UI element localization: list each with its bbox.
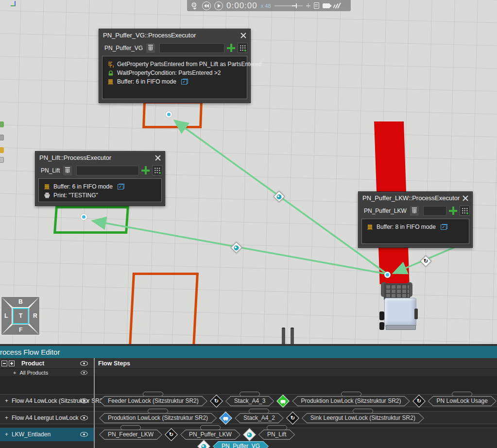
view-navigation-cube[interactable]: B L T R F — [1, 296, 40, 335]
statement-list[interactable]: Buffer: 8 in FIFO mode — [361, 219, 469, 244]
nav-label-right: R — [33, 312, 37, 319]
simulation-settings-icon[interactable]: ⚙ — [191, 1, 199, 10]
panel-title: PN_Puffer_LKW::ProcessExecutor — [362, 194, 463, 202]
close-icon[interactable] — [155, 155, 161, 161]
agv-transport-icon[interactable] — [219, 412, 232, 425]
print-icon — [44, 192, 51, 199]
process-node-blue[interactable] — [166, 111, 172, 118]
visibility-eye-icon[interactable] — [80, 398, 88, 403]
panel-title: PN_Puffer_VG::ProcessExecutor — [103, 32, 240, 39]
add-process-icon[interactable] — [141, 166, 150, 174]
close-icon[interactable] — [463, 195, 468, 201]
robot-transport-icon[interactable]: ↻ — [165, 428, 178, 441]
checked-copies-icon[interactable] — [441, 224, 447, 230]
flow-step-pill — [200, 425, 221, 430]
record-video-icon[interactable] — [323, 3, 330, 8]
tab-pn-lift[interactable]: PN_Lift — [38, 165, 74, 176]
getproperty-icon — [107, 61, 114, 68]
tab-well — [423, 206, 446, 216]
delete-process-icon[interactable] — [410, 206, 419, 216]
pfe-title: Process Flow Editor — [0, 348, 60, 356]
robot-transport-icon[interactable]: ↻ — [210, 395, 223, 408]
statement-buffer[interactable]: Buffer: 8 in FIFO mode — [367, 223, 464, 231]
delete-process-icon[interactable] — [146, 43, 155, 53]
flow-step-pill — [240, 392, 260, 396]
product-column-header: Product — [21, 360, 44, 367]
flow-row-lkw-entladen[interactable]: + LKW_Entladen PN_Feeder_LKW ↻ PN_Puffer… — [0, 428, 497, 448]
collapse-all-icon[interactable] — [1, 361, 7, 366]
checked-copies-icon[interactable] — [181, 79, 188, 85]
flow-steps-column-header: Flow Steps — [98, 360, 130, 367]
grid-view-icon[interactable] — [460, 206, 470, 216]
column-divider[interactable] — [94, 358, 95, 448]
add-process-icon[interactable] — [449, 207, 457, 215]
play-simulation-button[interactable] — [214, 1, 223, 10]
simulation-speed: x 48 — [261, 3, 271, 9]
flow-step-chip[interactable]: Produktion LowLock (Sitzstruktur SR2) — [292, 396, 410, 406]
statement-print[interactable]: Print: "TESTING" — [44, 191, 156, 200]
process-node-blue[interactable] — [81, 214, 87, 220]
checked-copies-icon[interactable] — [118, 184, 124, 190]
flow-step-chip[interactable]: Stack_A4_2 — [235, 413, 284, 423]
delete-process-icon[interactable] — [63, 166, 72, 175]
all-products-label[interactable]: All Products — [19, 370, 48, 376]
process-flow-editor[interactable]: Process Flow Editor Product Flow Steps +… — [0, 346, 497, 448]
close-icon[interactable] — [240, 33, 246, 38]
grid-view-icon[interactable] — [152, 165, 162, 175]
flow-step-chip-selected[interactable]: PN_Puffer_VG — [213, 441, 269, 448]
process-node-blue[interactable] — [384, 272, 391, 278]
visibility-eye-icon[interactable] — [81, 370, 87, 375]
flow-step-pill — [452, 392, 472, 396]
statement-waitpropertycondition[interactable]: WaitPropertyCondition: PartsEntered >2 — [107, 69, 242, 77]
visibility-eye-icon[interactable] — [80, 415, 88, 420]
robot-transport-icon[interactable]: ↻ — [286, 412, 299, 425]
flow-row-a4-lowlock[interactable]: + Flow A4 LowLock (Sitzstruktur SR2) Fee… — [0, 394, 497, 407]
viewport-3d[interactable]: ↻ B L T R F ⚙ 0:00:00 x 48 PN_Puffer_V — [0, 0, 497, 346]
flow-step-chip[interactable]: Feeder LowLock (Sitzstruktur SR2) — [99, 396, 207, 406]
pfe-titlebar[interactable]: Process Flow Editor — [0, 346, 497, 358]
increase-speed-icon[interactable] — [306, 3, 310, 8]
statement-buffer[interactable]: Buffer: 6 in FIFO mode — [107, 77, 242, 86]
flow-step-chip[interactable]: Produktion LowLock (Sitzstruktur SR2) — [99, 413, 217, 423]
tab-well — [76, 166, 139, 175]
reset-simulation-button[interactable] — [202, 1, 211, 10]
statement-list[interactable]: GetProperty PartsEntered from PN_Lift as… — [102, 56, 247, 99]
robot-transport-icon[interactable]: ↻ — [412, 395, 426, 408]
flow-row-a4-leergut[interactable]: + Flow A4 Leergut LowLock Produktion Low… — [0, 411, 497, 424]
expander-icon[interactable]: + — [5, 414, 8, 421]
flow-step-chip[interactable]: Stack_A4_3 — [225, 396, 274, 406]
tab-pn-puffer-lkw[interactable]: PN_Puffer_LKW — [361, 206, 421, 216]
panel-pn-puffer-vg[interactable]: PN_Puffer_VG::ProcessExecutor PN_Puffer_… — [99, 29, 251, 103]
human-transport-icon[interactable] — [243, 428, 256, 441]
statement-list[interactable]: Buffer: 6 in FIFO mode Print: "TESTING" — [38, 178, 162, 202]
speed-slider[interactable] — [274, 3, 303, 9]
flow-step-pill — [249, 409, 269, 414]
statement-buffer[interactable]: Buffer: 6 in FIFO mode — [44, 182, 156, 191]
grid-view-icon[interactable] — [238, 43, 248, 53]
panel-pn-lift[interactable]: PN_Lift::ProcessExecutor PN_Lift Buffer:… — [35, 151, 165, 206]
flow-step-chip[interactable]: PN_Feeder_LKW — [99, 430, 162, 440]
panel-pn-puffer-lkw[interactable]: PN_Puffer_LKW::ProcessExecutor PN_Puffer… — [358, 191, 473, 248]
export-pdf-icon[interactable] — [314, 2, 319, 9]
agv-transport-icon[interactable] — [277, 395, 290, 408]
connectivity-icon[interactable] — [333, 2, 340, 9]
human-transport-icon[interactable] — [197, 440, 210, 448]
statement-getproperty[interactable]: GetProperty PartsEntered from PN_Lift as… — [107, 60, 242, 69]
buffer-icon — [367, 224, 374, 230]
add-process-icon[interactable] — [227, 44, 235, 52]
expander-icon[interactable]: + — [5, 431, 8, 438]
buffer-icon — [44, 183, 51, 190]
visibility-eye-icon[interactable] — [80, 361, 88, 366]
visibility-eye-icon[interactable] — [80, 432, 88, 437]
simulation-toolbar[interactable]: ⚙ 0:00:00 x 48 — [187, 0, 351, 11]
expander-icon[interactable]: + — [13, 370, 16, 376]
expander-icon[interactable]: + — [5, 397, 8, 404]
tab-pn-puffer-vg[interactable]: PN_Puffer_VG — [102, 43, 157, 53]
flow-step-chip[interactable]: PN_Lift — [258, 430, 295, 440]
flow-step-chip[interactable]: PN_Puffer_LKW — [180, 430, 240, 440]
flow-step-chip[interactable]: Sink Leergut LowLock (Sitzstruktur SR2) — [302, 413, 424, 423]
flow-step-chip[interactable]: PN LowLock Usage — [428, 396, 497, 406]
nav-label-front: F — [19, 327, 22, 333]
simulation-time: 0:00:00 — [226, 1, 257, 11]
expand-all-icon[interactable] — [9, 361, 15, 366]
